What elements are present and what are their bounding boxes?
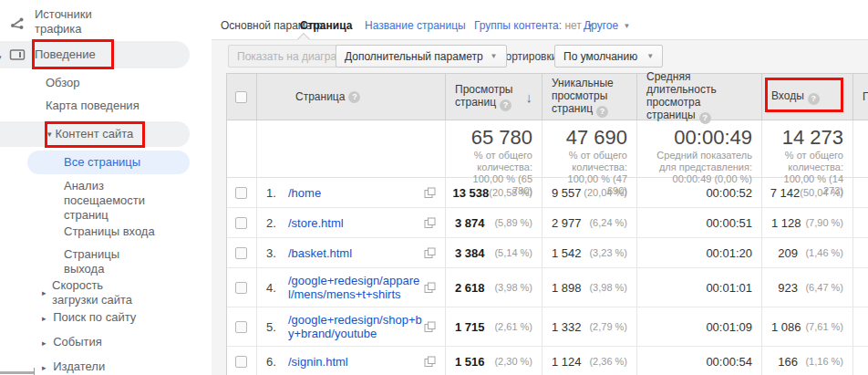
row-checkbox[interactable] — [235, 187, 247, 199]
summary-empty-cell — [853, 120, 868, 177]
unique-value: 9 557 — [552, 186, 582, 200]
next-column-cell — [853, 238, 868, 267]
row-checkbox[interactable] — [235, 282, 247, 294]
pageviews-pct: (2,30 %) — [485, 356, 532, 367]
next-column-cell — [853, 347, 868, 375]
caret-down-icon: ▾ — [0, 50, 2, 65]
sort-type-dropdown[interactable]: По умолчанию ▼ — [554, 45, 663, 68]
sidebar-item-behavior[interactable]: ▾ Поведение — [0, 41, 190, 68]
help-icon[interactable]: ? — [596, 106, 608, 118]
open-in-new-icon[interactable] — [424, 282, 436, 294]
dropdown-arrow-icon: ▼ — [646, 52, 654, 60]
sidebar-item-landing-pages[interactable]: Страницы входа — [64, 224, 191, 239]
row-checkbox[interactable] — [235, 247, 247, 259]
sidebar-item-label: Все страницы — [64, 155, 140, 170]
help-icon[interactable]: ? — [808, 93, 820, 105]
open-in-new-icon[interactable] — [424, 187, 436, 199]
report-main: Основной параметр: Страница Название стр… — [212, 0, 868, 375]
row-checkbox[interactable] — [235, 356, 247, 368]
header-entrances[interactable]: Входы? — [762, 73, 853, 120]
sidebar-item-site-search[interactable]: ▸ Поиск по сайту — [42, 310, 136, 326]
pageviews-value: 1 516 — [455, 355, 485, 369]
sidebar-item-acquisition[interactable]: Источники трафика — [0, 7, 182, 40]
next-column-cell — [853, 178, 868, 207]
sidebar-item-label: События — [53, 335, 102, 349]
unique-pct: (3,98 %) — [582, 282, 627, 293]
content-grouping-value: нет — [564, 19, 581, 32]
acquisition-icon — [9, 16, 26, 32]
pageviews-pct: (20,58 %) — [489, 187, 532, 198]
tab-page-title[interactable]: Название страницы — [365, 19, 466, 32]
sidebar-item-label: Издатели — [53, 359, 105, 373]
header-pageviews[interactable]: Просмотры страниц? ↓ — [446, 73, 542, 120]
tab-other-link[interactable]: Другое — [584, 19, 618, 32]
open-in-new-icon[interactable] — [424, 356, 436, 368]
select-all-checkbox[interactable] — [235, 91, 247, 103]
sidebar-item-exit-pages[interactable]: Страницы выхода — [64, 247, 142, 276]
summary-empty-cell — [227, 120, 257, 177]
sidebar-item-overview[interactable]: Обзор — [46, 76, 80, 90]
page-link[interactable]: /signin.html — [288, 355, 348, 369]
unique-value: 1 332 — [552, 320, 582, 334]
help-icon[interactable]: ? — [500, 99, 512, 111]
entrances-pct: (7,90 %) — [801, 217, 843, 228]
header-next-column[interactable]: П — [853, 73, 868, 120]
sidebar-item-site-content[interactable]: ▾ Контент сайта — [0, 121, 190, 147]
entrances-pct: (1,46 %) — [798, 247, 843, 258]
sidebar-item-events[interactable]: ▸ События — [42, 335, 102, 350]
header-label: Средняя длительность просмотра страницы? — [646, 70, 752, 124]
horizontal-scrollbar[interactable] — [0, 371, 34, 374]
sidebar-item-all-pages[interactable]: Все страницы — [27, 151, 190, 174]
secondary-dimension-button[interactable]: Дополнительный параметр ▼ — [336, 45, 507, 68]
tab-content-grouping-link[interactable]: Группы контента: — [474, 19, 562, 32]
entrances-pct: (50,04 %) — [800, 187, 843, 198]
tab-content-grouping[interactable]: Группы контента: нет ▼ — [474, 19, 594, 32]
open-in-new-icon[interactable] — [424, 217, 436, 229]
entrances-pct: (1,16 %) — [798, 356, 843, 367]
sort-type-value: По умолчанию — [563, 50, 637, 63]
analytics-report-page: Источники трафика ▾ Поведение Обзор Карт… — [0, 0, 868, 375]
sort-desc-icon: ↓ — [526, 89, 533, 105]
pageviews-value: 3 874 — [455, 216, 485, 230]
open-in-new-icon[interactable] — [424, 321, 436, 333]
page-link[interactable]: /store.html — [288, 216, 344, 230]
header-unique-pageviews[interactable]: Уникальные просмотры страниц? — [542, 73, 637, 120]
next-column-cell — [853, 307, 868, 346]
sidebar-item-label: Страницы входа — [64, 224, 155, 238]
row-number: 5. — [266, 320, 288, 334]
summary-total: 65 780 — [455, 127, 532, 149]
sidebar-item-label: Скорость загрузки сайта — [52, 278, 150, 307]
table-row: 4. /google+redesign/apparel/mens/mens+t+… — [227, 268, 868, 307]
row-checkbox[interactable] — [235, 321, 247, 333]
summary-empty-cell — [257, 120, 446, 177]
table-row: 5. /google+redesign/shop+by+brand/youtub… — [227, 307, 868, 347]
page-link[interactable]: /google+redesign/apparel/mens/mens+t+shi… — [288, 274, 423, 301]
caret-right-icon: ▸ — [42, 286, 46, 300]
sidebar-item-content-drilldown[interactable]: Анализ посещаемости страниц — [64, 179, 175, 223]
help-icon[interactable]: ? — [348, 91, 360, 103]
header-avg-time[interactable]: Средняя длительность просмотра страницы? — [637, 73, 762, 120]
summary-total: 00:00:49 — [646, 127, 752, 149]
sidebar-item-label: Карта поведения — [46, 99, 140, 112]
sidebar-item-publishers[interactable]: ▸ Издатели — [42, 359, 105, 375]
tab-other[interactable]: Другое ▼ — [584, 19, 630, 32]
page-link[interactable]: /google+redesign/shop+by+brand/youtube — [288, 313, 423, 340]
entrances-value: 209 — [778, 246, 798, 260]
tab-page-title-link[interactable]: Название страницы — [365, 19, 466, 32]
entrances-value: 166 — [778, 355, 798, 369]
open-in-new-icon[interactable] — [424, 247, 436, 259]
sidebar-item-site-speed[interactable]: ▸ Скорость загрузки сайта — [42, 278, 156, 307]
header-label: Уникальные просмотры страниц? — [552, 77, 627, 118]
unique-value: 2 977 — [552, 216, 582, 230]
row-checkbox[interactable] — [235, 217, 247, 229]
header-page[interactable]: Страница ? — [257, 73, 446, 120]
table-row: 2. /store.html 3 874(5,89 %) 2 977(6,24 … — [227, 208, 868, 238]
sidebar-item-label: Анализ посещаемости страниц — [64, 179, 145, 222]
page-link[interactable]: /basket.html — [288, 246, 352, 260]
unique-pct: (2,36 %) — [582, 356, 627, 367]
summary-entrances: 14 273 % от общего количества: 100,00 % … — [762, 120, 853, 177]
page-link[interactable]: /home — [288, 186, 321, 200]
sidebar-item-behavior-flow[interactable]: Карта поведения — [46, 99, 140, 113]
tab-page[interactable]: Страница — [300, 19, 352, 32]
avg-time-value: 00:00:52 — [706, 186, 752, 200]
